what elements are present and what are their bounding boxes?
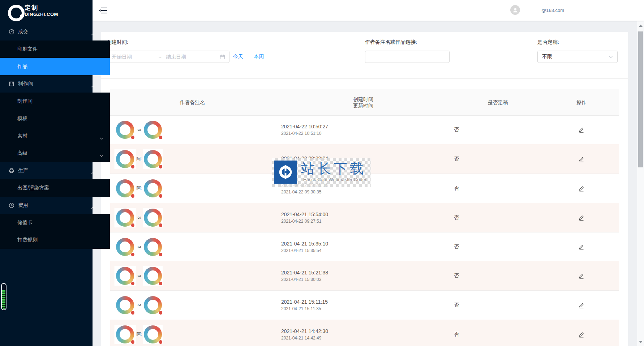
updated-time: 2021-04-22 09:30:35 <box>281 189 452 195</box>
header-author: 作者备注名 <box>110 99 275 106</box>
end-date-input[interactable] <box>165 54 209 60</box>
work-thumbnail[interactable] <box>115 149 135 169</box>
start-date-input[interactable] <box>111 54 155 60</box>
finalized-select[interactable]: 不限 <box>537 51 618 63</box>
table-row: 阿: 2021-04-21 14:42:302021-04-21 14:42:4… <box>110 320 619 346</box>
author-name: 3 <box>137 127 142 133</box>
content-card: 创建时间: → 今天 本周 作者备注名或作品链接: 是否定稿: 不限 作者备注名… <box>101 32 628 346</box>
sidebar-section-production[interactable]: 生产 <box>0 162 101 179</box>
chevron-up-icon <box>91 204 95 206</box>
updated-time: 2021-04-21 15:35:54 <box>281 248 452 253</box>
sidebar-item-stored-value-card[interactable]: 储值卡 <box>0 214 110 231</box>
battery-indicator <box>1 283 7 310</box>
author-search-field[interactable] <box>365 51 450 63</box>
dashboard-icon <box>9 29 14 35</box>
filter-table-divider <box>101 78 628 79</box>
sidebar-item-fee-rules[interactable]: 扣费规则 <box>0 231 110 249</box>
chevron-down-icon <box>609 56 613 58</box>
header-times: 创建时间 更新时间 <box>275 96 452 109</box>
author-name: 3 <box>137 302 142 308</box>
author-name: 阿: <box>136 156 142 162</box>
sidebar-item-templates[interactable]: 模板 <box>0 110 110 127</box>
sidebar-item-label: 成交 <box>18 29 28 35</box>
edit-icon[interactable] <box>578 302 585 308</box>
menu-fold-icon[interactable] <box>99 7 107 14</box>
edit-icon[interactable] <box>578 273 585 279</box>
edit-icon[interactable] <box>578 214 585 221</box>
updated-time: 2021-04-21 15:11:35 <box>281 306 452 311</box>
header-actions: 操作 <box>544 99 619 106</box>
logo-dot-icon <box>20 14 23 18</box>
edit-icon[interactable] <box>578 127 585 133</box>
sidebar-item-works[interactable]: 作品 <box>0 58 110 75</box>
work-thumbnail[interactable] <box>115 237 135 257</box>
finalized-value: 否 <box>452 156 544 162</box>
author-avatar <box>143 325 163 344</box>
edit-icon[interactable] <box>578 331 585 338</box>
edit-icon[interactable] <box>578 156 585 162</box>
this-week-link[interactable]: 本周 <box>254 54 264 60</box>
author-filter-label: 作者备注名或作品链接: <box>365 39 417 46</box>
logo-domain: DINGZHI.COM <box>25 12 58 17</box>
sidebar-item-advanced[interactable]: 高级 <box>0 145 110 162</box>
updated-time: 2021-04-21 14:42:49 <box>281 336 452 341</box>
edit-icon[interactable] <box>578 244 585 250</box>
work-thumbnail[interactable] <box>115 208 135 227</box>
work-thumbnail[interactable] <box>115 120 135 140</box>
table-header-row: 作者备注名 创建时间 更新时间 是否定稿 操作 <box>110 89 619 116</box>
sidebar-section-fees[interactable]: 费用 <box>0 197 101 214</box>
chevron-down-icon <box>100 152 103 154</box>
created-time: 2021-04-21 15:54:00 <box>281 212 452 217</box>
finalized-selected-value: 不限 <box>542 54 552 60</box>
created-time: 2021-04-21 15:21:38 <box>281 270 452 275</box>
printer-icon <box>9 168 14 174</box>
user-avatar-icon[interactable] <box>510 5 520 15</box>
sidebar-item-workshop[interactable]: 制作间 <box>0 93 110 110</box>
table-row: 3 2021-04-21 15:54:002021-04-22 09:27:51… <box>110 203 619 232</box>
logo-brand: 定制 <box>25 4 38 12</box>
work-thumbnail[interactable] <box>115 295 135 315</box>
created-time: 2021-04-21 15:35:10 <box>281 241 452 247</box>
scrollbar-thumb[interactable] <box>638 31 643 167</box>
date-range-input[interactable]: → <box>107 51 229 63</box>
sidebar-item-print-files[interactable]: 印刷文件 <box>0 40 110 58</box>
updated-time: 2021-04-22 10:51:10 <box>281 131 452 136</box>
finalized-value: 否 <box>452 244 544 250</box>
sidebar: 定制 DINGZHI.COM 成交 印刷文件 作品 制作间 制作间 模板 素材 … <box>0 0 93 346</box>
table-row: 3 2021-04-21 15:21:382021-04-21 15:30:03… <box>110 261 619 291</box>
user-brand-ring-icon[interactable] <box>524 2 541 18</box>
today-link[interactable]: 今天 <box>233 54 243 60</box>
logo-ring-icon <box>8 5 25 21</box>
range-arrow-icon: → <box>158 54 162 59</box>
battery-fill <box>2 290 5 309</box>
finalized-filter-label: 是否定稿: <box>537 39 559 46</box>
scroll-down-arrow-icon[interactable] <box>639 341 643 343</box>
sidebar-section-workshop[interactable]: 制作间 <box>0 75 101 93</box>
work-thumbnail[interactable] <box>115 266 135 286</box>
header-finalized: 是否定稿 <box>452 99 544 106</box>
app-logo: 定制 DINGZHI.COM <box>0 0 93 23</box>
work-thumbnail[interactable] <box>115 179 135 198</box>
author-avatar <box>143 237 163 257</box>
watermark-title: 站长下载 <box>301 159 366 178</box>
scroll-up-arrow-icon[interactable] <box>639 25 643 27</box>
finalized-value: 否 <box>452 331 544 338</box>
created-time: 2021-04-22 10:50:27 <box>281 124 452 129</box>
finalized-value: 否 <box>452 302 544 308</box>
sidebar-item-render-plan[interactable]: 出图/渲染方案 <box>0 179 110 197</box>
fee-clock-icon <box>9 202 14 208</box>
author-name: 3 <box>137 214 142 221</box>
sidebar-section-deals[interactable]: 成交 <box>0 23 101 40</box>
site-watermark: 站长下载 Easck.Com Webmaster Codes <box>272 158 371 187</box>
author-search-input[interactable] <box>369 54 445 60</box>
finalized-value: 否 <box>452 127 544 133</box>
work-thumbnail[interactable] <box>115 325 135 344</box>
top-navbar: @163.com <box>93 0 644 21</box>
finalized-value: 否 <box>452 214 544 221</box>
user-email[interactable]: @163.com <box>541 8 564 13</box>
author-avatar <box>143 208 163 227</box>
easck-logo-icon <box>274 161 297 184</box>
updated-time: 2021-04-22 09:27:51 <box>281 219 452 224</box>
edit-icon[interactable] <box>578 185 585 192</box>
sidebar-item-materials[interactable]: 素材 <box>0 127 110 145</box>
